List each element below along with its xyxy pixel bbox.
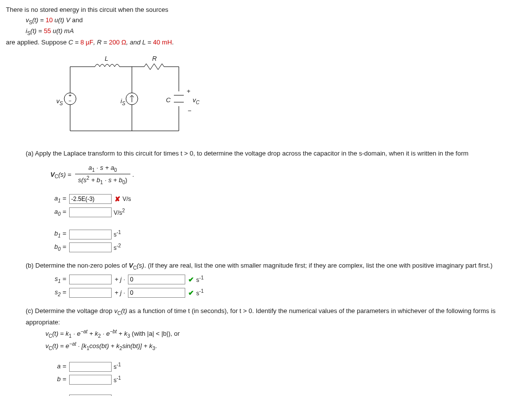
k1-row: k1 = V xyxy=(45,394,526,396)
part-b-prompt: (b) Determine the non-zero poles of VC(s… xyxy=(26,261,526,272)
resistor-label: R xyxy=(152,54,157,64)
s1-unit: s-1 xyxy=(196,274,204,285)
svg-text:−: − xyxy=(69,98,72,104)
circuit-diagram: + − L R vS iS C + − vC xyxy=(50,57,199,141)
b0-input[interactable] xyxy=(69,242,112,252)
b1-row: b1 = s-1 xyxy=(45,229,526,240)
s1-row: s1 = + j · ✔ s-1 xyxy=(45,274,526,285)
s2-row: s2 = + j · ✔ s-1 xyxy=(45,287,526,299)
s1-imag-input[interactable] xyxy=(128,275,185,284)
b1-input[interactable] xyxy=(69,230,112,239)
part-c-eq1: vC(t) = k1 · e−at + k2 · e−bt + k3 (with… xyxy=(45,328,526,340)
part-a-prompt: (a) Apply the Laplace transform to this … xyxy=(26,149,526,159)
a-row: a = s-1 xyxy=(45,361,526,372)
b0-row: b0 = s-2 xyxy=(45,242,526,253)
b-row: b = s-1 xyxy=(45,374,526,385)
check-icon: ✔ xyxy=(188,287,194,298)
intro-line1: There is no stored energy in this circui… xyxy=(6,5,526,15)
s1-real-input[interactable] xyxy=(69,275,112,284)
s2-imag-input[interactable] xyxy=(128,288,185,298)
part-c-eq2: vC(t) = e−at · [k1cos(bt) + k2sin(bt)] +… xyxy=(45,340,526,353)
plus-j1: + j · xyxy=(115,275,125,285)
wrong-icon: ✘ xyxy=(115,194,121,204)
b-unit: s-1 xyxy=(114,374,121,385)
part-c-prompt: (c) Determine the voltage drop vC(t) as … xyxy=(26,306,526,327)
a0-row: a0 = V/s2 xyxy=(45,207,526,218)
a0-input[interactable] xyxy=(69,207,112,217)
a0-unit: V/s2 xyxy=(114,207,125,218)
intro-is: iS(t) = 55 u(t) mA xyxy=(26,26,526,38)
vs-label: vS xyxy=(56,96,63,108)
s2-unit: s-1 xyxy=(196,287,204,298)
a-input[interactable] xyxy=(69,362,112,372)
is-label: iS xyxy=(121,96,125,108)
s2-real-input[interactable] xyxy=(69,288,112,298)
a1-input[interactable] xyxy=(69,194,112,204)
b1-unit: s-1 xyxy=(114,229,121,239)
a-unit: s-1 xyxy=(114,361,121,372)
inductor-label: L xyxy=(105,54,108,64)
vc-minus: − xyxy=(188,106,192,117)
a1-row: a1 = ✘ V/s xyxy=(45,194,526,205)
svg-text:+: + xyxy=(69,93,72,98)
intro-params: are applied. Suppose C = 8 µF, R = 200 Ω… xyxy=(6,38,526,48)
plus-j2: + j · xyxy=(115,288,125,298)
part-a-equation: VC(s) = a1 · s + a0 s(s2 + b1 · s + b0) … xyxy=(50,163,526,187)
check-icon: ✔ xyxy=(188,274,194,285)
a1-unit: V/s xyxy=(123,195,131,204)
intro-vs: vS(t) = 10 u(t) V and xyxy=(26,15,526,27)
cap-label: C xyxy=(166,95,170,106)
vc-plus: + xyxy=(187,86,191,97)
b0-unit: s-2 xyxy=(114,242,121,253)
b-input[interactable] xyxy=(69,375,112,385)
vc-label: vC xyxy=(193,95,200,107)
